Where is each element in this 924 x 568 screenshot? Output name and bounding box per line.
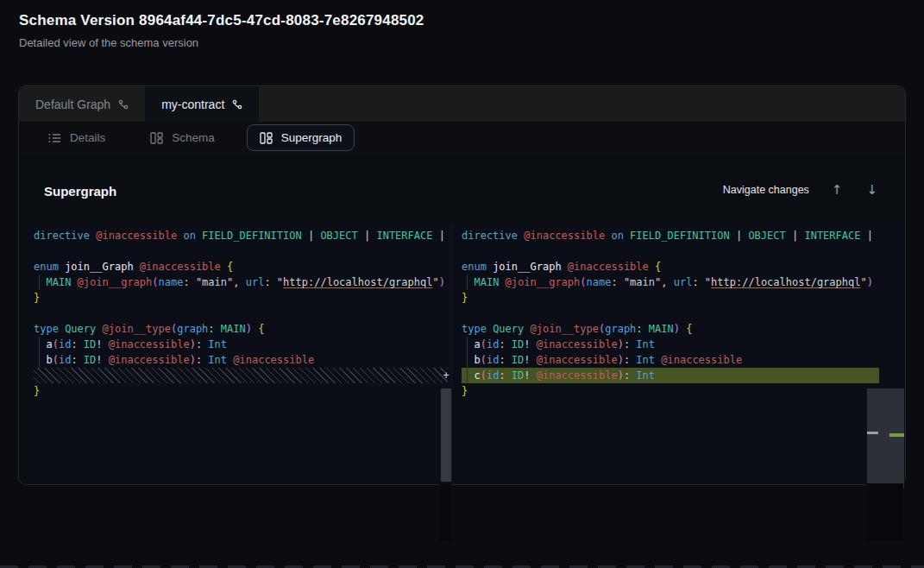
tab-label: my-contract: [161, 98, 224, 111]
code-line: a(id: ID! @inaccessible): Int: [462, 337, 877, 352]
code-line: }: [34, 383, 448, 399]
navigate-changes-label: Navigate changes: [723, 184, 809, 196]
code-line: enum join__Graph @inaccessible {: [34, 259, 448, 275]
diff-pane-current[interactable]: directive @inaccessible on FIELD_DEFINIT…: [451, 222, 877, 483]
list-icon: [48, 133, 61, 143]
indent-guide: [39, 275, 40, 290]
left-editor-scrollbar[interactable]: [441, 388, 451, 482]
code-line: b(id: ID! @inaccessible): Int @inaccessi…: [462, 352, 877, 368]
url-link[interactable]: http://localhost/graphql: [283, 276, 432, 288]
indent-guide: [39, 352, 40, 368]
graph-fork-icon: [118, 99, 129, 110]
tab-default-graph[interactable]: Default Graph: [19, 86, 145, 122]
diff-removed-placeholder: [34, 368, 448, 383]
indent-guide: [467, 337, 468, 352]
code-line: }: [34, 290, 448, 306]
page-title: Schema Version 8964af44-7dc5-47cd-8083-7…: [19, 12, 424, 29]
tab-label: Default Graph: [35, 98, 110, 111]
change-marker-modified: [867, 432, 878, 434]
schema-version-page: Schema Version 8964af44-7dc5-47cd-8083-7…: [0, 0, 924, 568]
code-line: type Query @join__type(graph: MAIN) {: [462, 321, 877, 337]
code-line: MAIN @join__graph(name: "main", url: "ht…: [34, 275, 448, 290]
code-line: enum join__Graph @inaccessible {: [462, 259, 877, 275]
schema-version-card: Default Graph my-contract: [18, 85, 906, 485]
indent-guide: [467, 352, 468, 368]
code-line: MAIN @join__graph(name: "main", url: "ht…: [462, 275, 877, 290]
subtab-label: Supergraph: [281, 131, 343, 144]
tab-my-contract[interactable]: my-contract: [145, 86, 259, 122]
supergraph-heading: Supergraph: [44, 184, 116, 199]
code-line: [462, 243, 877, 259]
code-line: [462, 306, 877, 321]
subtab-label: Schema: [172, 131, 215, 144]
diff-add-marker: +: [441, 368, 451, 383]
columns-icon: [260, 132, 273, 144]
code-line: }: [462, 290, 877, 306]
tab-supergraph[interactable]: Supergraph: [247, 124, 355, 151]
code-line: [34, 306, 448, 321]
page-subtitle: Detailed view of the schema version: [19, 36, 424, 49]
code-line: a(id: ID! @inaccessible): Int: [34, 337, 448, 352]
code-line: directive @inaccessible on FIELD_DEFINIT…: [462, 228, 877, 243]
scroll-column-artifact-left: [440, 483, 451, 541]
code-line: type Query @join__type(graph: MAIN) {: [34, 321, 448, 337]
next-change-button[interactable]: ↓: [864, 182, 879, 198]
tab-schema[interactable]: Schema: [137, 124, 228, 151]
diff-pane-previous[interactable]: directive @inaccessible on FIELD_DEFINIT…: [27, 222, 448, 483]
scroll-column-artifact-right: [866, 483, 903, 541]
indent-guide: [467, 368, 468, 383]
code-line: }: [462, 383, 877, 399]
columns-icon: [150, 132, 163, 144]
graph-tab-strip: Default Graph my-contract: [19, 86, 905, 122]
code-line: directive @inaccessible on FIELD_DEFINIT…: [34, 228, 448, 243]
navigate-changes: Navigate changes ↑ ↓: [723, 182, 879, 198]
diff-added-line: c(id: ID! @inaccessible): Int: [462, 368, 877, 383]
overview-ruler-slider[interactable]: [867, 388, 904, 489]
schema-diff-editor: directive @inaccessible on FIELD_DEFINIT…: [27, 222, 904, 483]
indent-guide: [467, 275, 468, 290]
previous-change-button[interactable]: ↑: [830, 182, 845, 198]
change-marker-added: [889, 433, 904, 437]
indent-guide: [39, 337, 40, 352]
url-link[interactable]: http://localhost/graphql: [711, 276, 860, 288]
view-tab-row: Details Schema: [19, 122, 905, 154]
overview-ruler[interactable]: [867, 222, 904, 483]
code-line: [34, 243, 448, 259]
subtab-label: Details: [70, 131, 105, 144]
tab-details[interactable]: Details: [35, 124, 118, 151]
page-header: Schema Version 8964af44-7dc5-47cd-8083-7…: [19, 12, 424, 49]
code-line: b(id: ID! @inaccessible): Int @inaccessi…: [34, 352, 448, 368]
graph-fork-icon: [232, 99, 242, 110]
